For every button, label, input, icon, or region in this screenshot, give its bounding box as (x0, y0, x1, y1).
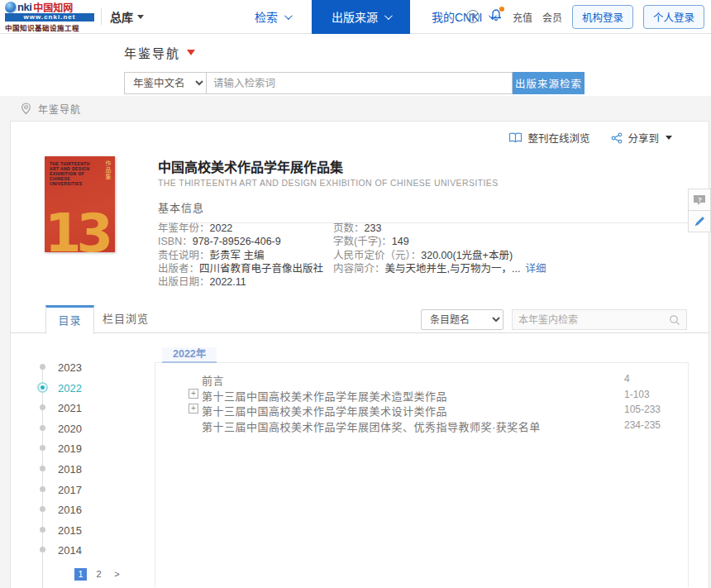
toc-entry-pages: 4 (624, 373, 630, 385)
open-book-icon (508, 132, 523, 143)
year-item-2017[interactable]: 2017 (37, 484, 153, 504)
yearbook-detail-card: 整刊在线浏览 分享到 THE THIRTEENTH ART AND DESIGN… (10, 121, 709, 588)
nav-search[interactable]: 检索 (233, 0, 312, 34)
year-item-2022[interactable]: 2022 (37, 382, 153, 403)
year-label: 2017 (58, 484, 82, 496)
year-label: 2014 (58, 544, 82, 557)
year-label: 2018 (58, 463, 82, 476)
cnki-logo[interactable]: nki 中国知网 www.cnki.net 中国知识基础设施工程 (5, 1, 98, 32)
meta-value: 四川省教育电子音像出版社 (199, 263, 323, 275)
logo-url: www.cnki.net (5, 13, 94, 22)
meta-label: 字数(千字)： (333, 236, 392, 247)
caret-down-icon (137, 15, 144, 19)
toc-entry-pages: 1-103 (624, 389, 650, 400)
meta-value: 2022 (210, 222, 233, 234)
toc-entry[interactable]: +第十三届中国高校美术作品学年展美术设计类作品105-233 (155, 403, 688, 418)
basic-info-metadata: 年鉴年份：2022ISBN：978-7-89526-406-9责任说明：彭贵军 … (158, 222, 689, 289)
meta-label: 人民币定价（元）： (333, 250, 421, 261)
share-nodes-icon (611, 132, 623, 144)
year-item-2020[interactable]: 2020 (37, 423, 153, 443)
toc-entry-title[interactable]: 前言 (202, 372, 224, 388)
notification-bell-icon[interactable] (489, 8, 503, 25)
section-dropdown-arrow-icon[interactable] (187, 50, 195, 55)
toc-entry-pages: 105-233 (624, 404, 661, 415)
publication-search-button[interactable]: 出版来源检索 (513, 72, 585, 94)
in-yearbook-search[interactable] (512, 309, 687, 330)
year-label: 2022 (58, 382, 82, 394)
nav-publication-source[interactable]: 出版来源 (312, 0, 410, 34)
year-item-2021[interactable]: 2021 (37, 402, 153, 423)
years-list: 2023202220212020201920182017201620152014 (37, 361, 153, 565)
book-cover[interactable]: THE THIRTEENTH ART AND DESIGN EXHIBITION… (45, 156, 115, 252)
search-field-select[interactable]: 年鉴中文名 (124, 72, 207, 94)
recharge-link[interactable]: 充值 (513, 10, 532, 24)
member-link[interactable]: 会员 (542, 10, 562, 24)
meta-label: 内容简介： (333, 263, 385, 275)
book-subtitle-english: THE THIRTEENTH ART AND DESIGN EXHIBITION… (158, 178, 499, 188)
meta-row: 出版者：四川省教育电子音像出版社 (158, 262, 333, 275)
meta-value: 彭贵军 主编 (210, 250, 265, 261)
breadcrumb-label[interactable]: 年鉴导航 (38, 102, 81, 116)
year-timeline: 2023202220212020201920182017201620152014 (37, 361, 153, 565)
hub-dropdown[interactable]: 总库 (110, 8, 144, 25)
tab-column-browse[interactable]: 栏目浏览 (94, 305, 157, 333)
year-dot-icon (40, 506, 45, 512)
caret-down-icon (666, 136, 672, 140)
edit-note-button[interactable] (688, 210, 711, 232)
pagination-page-2[interactable]: 2 (93, 568, 105, 581)
year-dot-icon (40, 404, 45, 410)
feedback-button[interactable]: ? (688, 189, 711, 211)
meta-value: 320.00(1光盘+本册) (421, 250, 513, 261)
metadata-right-column: 页数：233字数(千字)：149人民币定价（元）：320.00(1光盘+本册)内… (333, 222, 689, 289)
toc-entry-title[interactable]: 第十三届中国高校美术作品学年展美术造型类作品 (202, 388, 447, 404)
entry-field-select[interactable]: 条目题名 (421, 309, 503, 330)
logo-latin: nki (17, 1, 31, 13)
detail-link[interactable]: 详细 (525, 263, 546, 275)
notification-badge (499, 7, 504, 12)
logo-chinese: 中国知网 (33, 0, 73, 15)
personal-login-button[interactable]: 个人登录 (643, 5, 704, 29)
year-label: 2023 (58, 361, 82, 374)
toc-list: 前言4+第十三届中国高校美术作品学年展美术造型类作品1-103+第十三届中国高校… (155, 362, 689, 587)
pagination-next[interactable]: > (111, 568, 123, 581)
meta-label: 出版日期： (158, 276, 210, 288)
keyword-input[interactable] (207, 72, 513, 94)
share-action[interactable]: 分享到 (611, 130, 672, 146)
header-divider (101, 8, 102, 25)
year-pagination: 12> (74, 568, 123, 581)
year-item-2015[interactable]: 2015 (37, 524, 153, 545)
meta-row: 责任说明：彭贵军 主编 (158, 249, 333, 262)
year-label: 2019 (58, 442, 82, 455)
year-label: 2016 (58, 504, 82, 516)
year-item-2023[interactable]: 2023 (37, 361, 153, 382)
tab-catalog[interactable]: 目录 (45, 305, 94, 334)
magnifier-icon[interactable] (669, 314, 680, 326)
expand-plus-icon[interactable]: + (188, 389, 198, 399)
org-login-button[interactable]: 机构登录 (572, 5, 633, 29)
toc-entry-title[interactable]: 第十三届中国高校美术作品学年展美术设计类作品 (202, 403, 447, 418)
read-online-action[interactable]: 整刊在线浏览 (508, 130, 589, 146)
toc-entry[interactable]: +第十三届中国高校美术作品学年展美术造型类作品1-103 (155, 388, 688, 404)
year-item-2019[interactable]: 2019 (37, 442, 153, 463)
year-item-2016[interactable]: 2016 (37, 504, 153, 524)
meta-label: 页数： (333, 222, 365, 234)
meta-row: 出版日期：2022.11 (158, 275, 333, 289)
location-pin-icon (21, 103, 31, 115)
pagination-page-1[interactable]: 1 (74, 568, 87, 581)
year-dot-icon (40, 364, 45, 370)
expand-plus-icon[interactable]: + (188, 404, 198, 414)
in-yearbook-search-input[interactable] (518, 314, 669, 326)
toc-entry[interactable]: 第十三届中国高校美术作品学年展团体奖、优秀指导教师奖·获奖名单234-235 (155, 418, 688, 434)
meta-row: 字数(千字)：149 (333, 235, 689, 248)
basic-info-heading: 基本信息 (158, 199, 689, 223)
toc-entry-title[interactable]: 第十三届中国高校美术作品学年展团体奖、优秀指导教师奖·获奖名单 (202, 418, 541, 434)
globe-icon (5, 2, 17, 13)
year-tab[interactable]: 2022年 (162, 347, 217, 363)
pencil-icon (694, 215, 706, 227)
year-item-2018[interactable]: 2018 (37, 463, 153, 484)
logo-slogan: 中国知识基础设施工程 (5, 22, 98, 32)
help-icon[interactable]: ? (466, 10, 480, 23)
year-item-2014[interactable]: 2014 (37, 544, 153, 565)
year-dot-icon (37, 382, 48, 393)
toc-entry[interactable]: 前言4 (155, 372, 688, 388)
